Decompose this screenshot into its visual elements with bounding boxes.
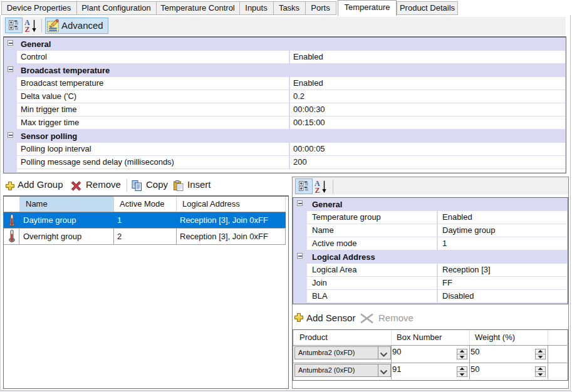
svg-text:Z: Z (315, 186, 320, 193)
svg-text:Z: Z (25, 25, 30, 33)
